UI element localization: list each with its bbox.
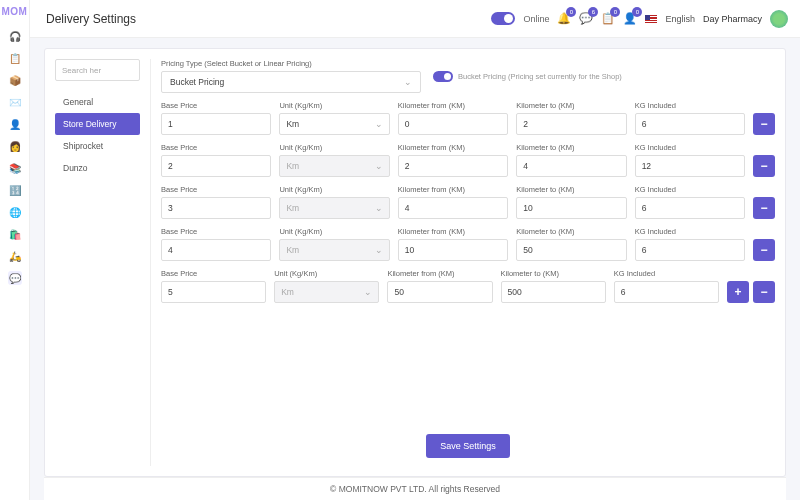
- rail-icon-globe[interactable]: 🌐: [8, 205, 22, 219]
- km-to-input[interactable]: 2: [516, 113, 626, 135]
- rail-icon-orders[interactable]: 📋: [8, 51, 22, 65]
- remove-row-button[interactable]: −: [753, 197, 775, 219]
- flag-icon[interactable]: [645, 15, 657, 23]
- kg-included-input[interactable]: 6: [635, 239, 745, 261]
- pricing-row: Base Price1Unit (Kg/Km)KmKilometer from …: [161, 101, 775, 135]
- km-from-label: Kilometer from (KM): [398, 143, 508, 152]
- settings-panel: Search her GeneralStore DeliveryShiprock…: [44, 48, 786, 477]
- km-to-label: Kilometer to (KM): [501, 269, 606, 278]
- unit-label: Unit (Kg/Km): [279, 185, 389, 194]
- remove-row-button[interactable]: −: [753, 281, 775, 303]
- nav-item-store-delivery[interactable]: Store Delivery: [55, 113, 140, 135]
- kg-included-input[interactable]: 6: [635, 113, 745, 135]
- avatar[interactable]: [770, 10, 788, 28]
- shop-pricing-toggle[interactable]: [433, 71, 453, 82]
- nav-item-shiprocket[interactable]: Shiprocket: [55, 135, 140, 157]
- km-from-input[interactable]: 2: [398, 155, 508, 177]
- remove-row-button[interactable]: −: [753, 155, 775, 177]
- language-label[interactable]: English: [665, 14, 695, 24]
- base-price-label: Base Price: [161, 185, 271, 194]
- base-price-label: Base Price: [161, 269, 266, 278]
- rail-icon-delivery[interactable]: 🛵: [8, 249, 22, 263]
- chat-icon[interactable]: 💬6: [579, 12, 593, 26]
- user-icon[interactable]: 👤0: [623, 12, 637, 26]
- rail-icon-mail[interactable]: ✉️: [8, 95, 22, 109]
- add-row-button[interactable]: +: [727, 281, 749, 303]
- rail-icon-dashboard[interactable]: 🎧: [8, 29, 22, 43]
- kg-included-label: KG Included: [635, 227, 745, 236]
- km-to-input[interactable]: 500: [501, 281, 606, 303]
- header: Delivery Settings Online 🔔0 💬6 📋0 👤0 Eng…: [30, 0, 800, 38]
- km-to-label: Kilometer to (KM): [516, 101, 626, 110]
- pricing-row: Base Price2Unit (Kg/Km)KmKilometer from …: [161, 143, 775, 177]
- unit-label: Unit (Kg/Km): [279, 143, 389, 152]
- save-button[interactable]: Save Settings: [426, 434, 510, 458]
- base-price-label: Base Price: [161, 227, 271, 236]
- pricing-type-label: Pricing Type (Select Bucket or Linear Pr…: [161, 59, 421, 68]
- unit-label: Unit (Kg/Km): [274, 269, 379, 278]
- settings-content: Pricing Type (Select Bucket or Linear Pr…: [150, 59, 775, 466]
- brand-logo: MOM: [2, 6, 28, 17]
- kg-included-label: KG Included: [635, 101, 745, 110]
- rail-icon-support[interactable]: 💬: [8, 271, 22, 285]
- bell-badge: 0: [566, 7, 576, 17]
- rail-icon-apps[interactable]: 📚: [8, 161, 22, 175]
- rail-icon-shop[interactable]: 🛍️: [8, 227, 22, 241]
- base-price-input[interactable]: 2: [161, 155, 271, 177]
- user-name[interactable]: Day Pharmacy: [703, 14, 762, 24]
- unit-input[interactable]: Km: [279, 113, 389, 135]
- todo-icon[interactable]: 📋0: [601, 12, 615, 26]
- base-price-input[interactable]: 3: [161, 197, 271, 219]
- km-from-label: Kilometer from (KM): [398, 185, 508, 194]
- pricing-type-select[interactable]: Bucket Pricing: [161, 71, 421, 93]
- remove-row-button[interactable]: −: [753, 239, 775, 261]
- todo-badge: 0: [610, 7, 620, 17]
- rail-icon-profile[interactable]: 👩: [8, 139, 22, 153]
- km-from-input[interactable]: 50: [387, 281, 492, 303]
- kg-included-label: KG Included: [635, 185, 745, 194]
- nav-item-dunzo[interactable]: Dunzo: [55, 157, 140, 179]
- nav-item-general[interactable]: General: [55, 91, 140, 113]
- unit-input: Km: [274, 281, 379, 303]
- search-input[interactable]: Search her: [55, 59, 140, 81]
- shop-pricing-label: Bucket Pricing (Pricing set currently fo…: [458, 72, 622, 81]
- pricing-row: Base Price4Unit (Kg/Km)KmKilometer from …: [161, 227, 775, 261]
- km-from-input[interactable]: 4: [398, 197, 508, 219]
- unit-input: Km: [279, 197, 389, 219]
- page-title: Delivery Settings: [46, 12, 136, 26]
- rail-icon-grid[interactable]: 🔢: [8, 183, 22, 197]
- online-toggle[interactable]: [491, 12, 515, 25]
- km-from-input[interactable]: 0: [398, 113, 508, 135]
- km-to-input[interactable]: 10: [516, 197, 626, 219]
- bell-icon[interactable]: 🔔0: [557, 12, 571, 26]
- km-to-input[interactable]: 50: [516, 239, 626, 261]
- base-price-input[interactable]: 1: [161, 113, 271, 135]
- rail-icon-users[interactable]: 👤: [8, 117, 22, 131]
- base-price-label: Base Price: [161, 143, 271, 152]
- km-from-label: Kilometer from (KM): [398, 227, 508, 236]
- km-from-label: Kilometer from (KM): [398, 101, 508, 110]
- km-from-input[interactable]: 10: [398, 239, 508, 261]
- chat-badge: 6: [588, 7, 598, 17]
- rail-icon-products[interactable]: 📦: [8, 73, 22, 87]
- kg-included-input[interactable]: 6: [614, 281, 719, 303]
- kg-included-input[interactable]: 6: [635, 197, 745, 219]
- base-price-label: Base Price: [161, 101, 271, 110]
- km-to-label: Kilometer to (KM): [516, 143, 626, 152]
- base-price-input[interactable]: 5: [161, 281, 266, 303]
- kg-included-input[interactable]: 12: [635, 155, 745, 177]
- footer: © MOMITNOW PVT LTD. All rights Reserved: [44, 477, 786, 500]
- unit-label: Unit (Kg/Km): [279, 101, 389, 110]
- pricing-row: Base Price3Unit (Kg/Km)KmKilometer from …: [161, 185, 775, 219]
- unit-input: Km: [279, 155, 389, 177]
- kg-included-label: KG Included: [635, 143, 745, 152]
- online-label: Online: [523, 14, 549, 24]
- km-to-label: Kilometer to (KM): [516, 227, 626, 236]
- km-to-label: Kilometer to (KM): [516, 185, 626, 194]
- km-from-label: Kilometer from (KM): [387, 269, 492, 278]
- remove-row-button[interactable]: −: [753, 113, 775, 135]
- km-to-input[interactable]: 4: [516, 155, 626, 177]
- base-price-input[interactable]: 4: [161, 239, 271, 261]
- header-right: Online 🔔0 💬6 📋0 👤0 English Day Pharmacy: [491, 10, 788, 28]
- kg-included-label: KG Included: [614, 269, 719, 278]
